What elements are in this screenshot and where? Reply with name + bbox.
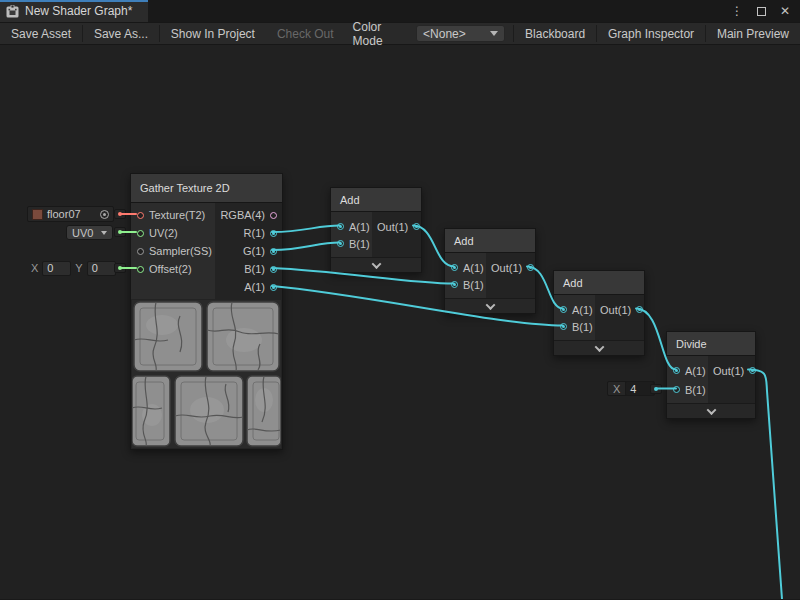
divisor-port-chip[interactable]: [650, 384, 662, 394]
input-panel: A(1) B(1): [331, 212, 372, 257]
save-as-button[interactable]: Save As...: [83, 23, 159, 44]
preview-expander[interactable]: [667, 403, 755, 418]
graph-canvas[interactable]: floor07 UV0 X 0 Y 0 X 4 Gather Texture 2…: [0, 45, 800, 599]
uv-channel-dropdown[interactable]: UV0: [66, 225, 113, 240]
node-title[interactable]: Divide: [667, 332, 755, 356]
shader-graph-window: New Shader Graph* ⋮ ✕ Save Asset Save As…: [0, 0, 800, 600]
offset-x-input[interactable]: 0: [42, 261, 71, 276]
port-row-g: G(1): [215, 242, 282, 260]
port-row-offset: Offset(2): [131, 260, 215, 278]
output-port-rgba[interactable]: [270, 212, 277, 219]
input-port-b[interactable]: [560, 323, 567, 330]
offset-y-input[interactable]: 0: [87, 261, 116, 276]
node-body: A(1) B(1) Out(1): [554, 295, 644, 340]
preview-expander[interactable]: [331, 257, 421, 272]
output-panel: RGBA(4) R(1) G(1) B(1): [215, 203, 282, 299]
object-picker-icon[interactable]: [100, 210, 109, 219]
port-dot: [654, 387, 658, 391]
tab-title: New Shader Graph*: [25, 4, 132, 18]
graph-inspector-toggle-button[interactable]: Graph Inspector: [597, 23, 705, 44]
offset-port-chip[interactable]: [114, 263, 126, 273]
port-label: Out(1): [491, 262, 522, 274]
port-row-uv: UV(2): [131, 224, 215, 242]
port-dot: [118, 266, 122, 270]
node-title[interactable]: Gather Texture 2D: [131, 174, 282, 203]
port-label: A(1): [244, 281, 265, 293]
port-label: B(1): [349, 238, 370, 250]
input-port-b[interactable]: [451, 281, 458, 288]
window-menu-icon[interactable]: ⋮: [731, 5, 743, 17]
node-body: A(1) B(1) Out(1): [445, 253, 535, 298]
output-port-out[interactable]: [413, 223, 420, 230]
check-out-button: Check Out: [266, 23, 345, 44]
port-label: A(1): [463, 262, 484, 274]
node-gather-texture-2d[interactable]: Gather Texture 2D Texture(T2) UV(2) Samp…: [130, 173, 283, 450]
input-port-b[interactable]: [337, 240, 344, 247]
chevron-down-icon: [101, 231, 107, 235]
input-panel: A(1) B(1): [554, 295, 595, 340]
input-port-a[interactable]: [451, 264, 458, 271]
input-port-sampler[interactable]: [137, 248, 144, 255]
color-mode-dropdown[interactable]: <None>: [416, 25, 505, 42]
uv-channel-value: UV0: [72, 227, 93, 239]
output-port-g[interactable]: [270, 248, 277, 255]
output-port-out[interactable]: [636, 306, 643, 313]
uv-port-chip[interactable]: [114, 227, 126, 237]
node-body: A(1) B(1) Out(1): [331, 212, 421, 257]
input-port-a[interactable]: [337, 223, 344, 230]
shader-graph-asset-icon: [6, 5, 19, 18]
expand-chevron-icon: [485, 300, 495, 310]
port-row-b: B(1): [554, 318, 595, 335]
texture-object-field[interactable]: floor07: [27, 206, 114, 222]
titlebar: New Shader Graph* ⋮ ✕: [0, 0, 800, 22]
output-port-b[interactable]: [270, 266, 277, 273]
node-title[interactable]: Add: [554, 271, 644, 295]
color-mode-label: Color Mode: [345, 23, 416, 44]
output-port-r[interactable]: [270, 230, 277, 237]
port-label: A(1): [349, 221, 370, 233]
close-icon[interactable]: ✕: [780, 5, 790, 17]
node-divide[interactable]: Divide A(1) B(1) Out(1): [666, 331, 756, 419]
node-add-3[interactable]: Add A(1) B(1) Out(1): [553, 270, 645, 356]
output-port-out[interactable]: [527, 264, 534, 271]
preview-expander[interactable]: [445, 298, 535, 313]
port-row-out: Out(1): [372, 218, 425, 235]
port-row-out: Out(1): [595, 301, 648, 318]
output-port-a[interactable]: [270, 284, 277, 291]
input-port-texture[interactable]: [137, 212, 144, 219]
port-row-b: B(1): [215, 260, 282, 278]
input-port-a[interactable]: [673, 367, 680, 374]
port-label: B(1): [244, 263, 265, 275]
input-port-b[interactable]: [673, 386, 680, 393]
main-preview-toggle-button[interactable]: Main Preview: [706, 23, 800, 44]
maximize-icon[interactable]: [757, 7, 766, 16]
expand-chevron-icon: [706, 405, 716, 415]
port-dot: [118, 212, 122, 216]
y-axis-label: Y: [74, 262, 83, 274]
port-row-b: B(1): [445, 276, 486, 293]
node-add-1[interactable]: Add A(1) B(1) Out(1): [330, 187, 422, 273]
x-axis-label: X: [30, 262, 39, 274]
port-row-texture: Texture(T2): [131, 206, 215, 224]
preview-expander[interactable]: [554, 340, 644, 355]
blackboard-toggle-button[interactable]: Blackboard: [514, 23, 596, 44]
divide-b-value-field: X 4: [607, 381, 655, 396]
input-panel: Texture(T2) UV(2) Sampler(SS) Offset(2): [131, 203, 215, 299]
output-port-out[interactable]: [749, 367, 756, 374]
node-title[interactable]: Add: [445, 229, 535, 253]
tab-new-shader-graph[interactable]: New Shader Graph*: [0, 0, 148, 22]
show-in-project-button[interactable]: Show In Project: [160, 23, 266, 44]
port-row-a: A(1): [215, 278, 282, 296]
input-port-uv[interactable]: [137, 230, 144, 237]
texture-port-chip[interactable]: [114, 209, 126, 219]
port-row-a: A(1): [667, 362, 708, 379]
input-port-offset[interactable]: [137, 266, 144, 273]
port-label: Texture(T2): [149, 209, 205, 221]
port-label: Out(1): [713, 365, 744, 377]
save-asset-button[interactable]: Save Asset: [0, 23, 82, 44]
node-title[interactable]: Add: [331, 188, 421, 212]
node-add-2[interactable]: Add A(1) B(1) Out(1): [444, 228, 536, 314]
port-row-b: B(1): [331, 235, 372, 252]
expand-chevron-icon: [594, 342, 604, 352]
input-port-a[interactable]: [560, 306, 567, 313]
